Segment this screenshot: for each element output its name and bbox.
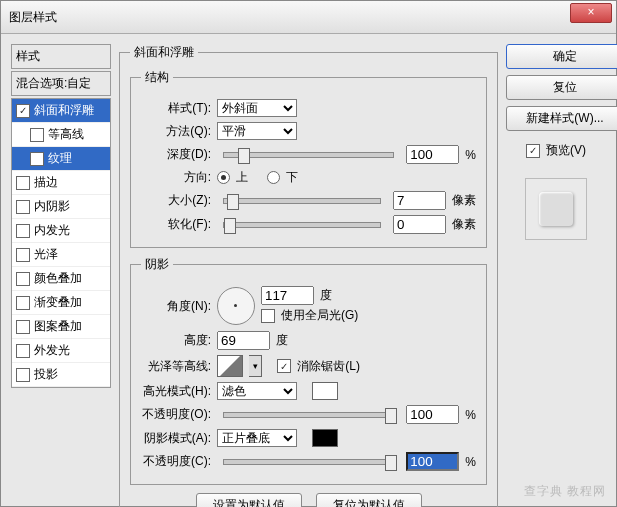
styles-list: ✓斜面和浮雕 等高线 纹理 描边 内阴影 内发光 光泽 颜色叠加 渐变叠加 图案… [11, 98, 111, 388]
style-gradient-overlay[interactable]: 渐变叠加 [12, 291, 110, 315]
size-slider[interactable] [223, 198, 381, 204]
technique-select[interactable]: 平滑 [217, 122, 297, 140]
checkbox-icon[interactable] [16, 248, 30, 262]
smode-select[interactable]: 正片叠底 [217, 429, 297, 447]
angle-dial[interactable] [217, 287, 255, 325]
checkbox-icon[interactable] [16, 224, 30, 238]
depth-input[interactable] [406, 145, 459, 164]
direction-up-label: 上 [236, 169, 248, 186]
gloss-contour[interactable] [217, 355, 243, 377]
bevel-legend: 斜面和浮雕 [130, 44, 198, 61]
new-style-button[interactable]: 新建样式(W)... [506, 106, 617, 131]
size-input[interactable] [393, 191, 446, 210]
style-bevel[interactable]: ✓斜面和浮雕 [12, 99, 110, 123]
smode-label: 阴影模式(A): [141, 430, 211, 447]
style-contour[interactable]: 等高线 [12, 123, 110, 147]
depth-unit: % [465, 148, 476, 162]
bevel-group: 斜面和浮雕 结构 样式(T):外斜面 方法(Q):平滑 深度(D):% 方向:上… [119, 44, 498, 507]
gloss-dropdown-icon[interactable] [249, 355, 262, 377]
hopacity-input[interactable] [406, 405, 459, 424]
size-unit: 像素 [452, 192, 476, 209]
style-drop-shadow[interactable]: 投影 [12, 363, 110, 387]
global-light-checkbox[interactable] [261, 309, 275, 323]
watermark: 查字典 教程网 [524, 483, 606, 500]
soften-label: 软化(F): [141, 216, 211, 233]
preview-box [525, 178, 587, 240]
preview-label: 预览(V) [546, 142, 586, 159]
reset-default-button[interactable]: 复位为默认值 [316, 493, 422, 507]
styles-header: 样式 [11, 44, 111, 69]
checkbox-icon[interactable] [30, 152, 44, 166]
blend-options[interactable]: 混合选项:自定 [11, 71, 111, 96]
shadow-color[interactable] [312, 429, 338, 447]
checkbox-icon[interactable] [16, 176, 30, 190]
hopacity-unit: % [465, 408, 476, 422]
sopacity-label: 不透明度(C): [141, 453, 211, 470]
antialias-checkbox[interactable]: ✓ [277, 359, 291, 373]
make-default-button[interactable]: 设置为默认值 [196, 493, 302, 507]
hmode-select[interactable]: 滤色 [217, 382, 297, 400]
structure-legend: 结构 [141, 69, 173, 86]
preview-checkbox[interactable]: ✓ [526, 144, 540, 158]
technique-label: 方法(Q): [141, 123, 211, 140]
ok-button[interactable]: 确定 [506, 44, 617, 69]
checkbox-icon[interactable] [16, 344, 30, 358]
style-label: 样式(T): [141, 100, 211, 117]
window-title: 图层样式 [9, 9, 57, 26]
style-texture[interactable]: 纹理 [12, 147, 110, 171]
direction-down-label: 下 [286, 169, 298, 186]
gloss-label: 光泽等高线: [141, 358, 211, 375]
direction-down-radio[interactable] [267, 171, 280, 184]
checkbox-icon[interactable] [16, 296, 30, 310]
hopacity-label: 不透明度(O): [141, 406, 211, 423]
checkbox-icon[interactable] [16, 272, 30, 286]
style-stroke[interactable]: 描边 [12, 171, 110, 195]
angle-label: 角度(N): [141, 298, 211, 315]
size-label: 大小(Z): [141, 192, 211, 209]
sopacity-unit: % [465, 455, 476, 469]
checkbox-icon[interactable] [30, 128, 44, 142]
structure-group: 结构 样式(T):外斜面 方法(Q):平滑 深度(D):% 方向:上 下 大小(… [130, 69, 487, 248]
highlight-color[interactable] [312, 382, 338, 400]
cancel-button[interactable]: 复位 [506, 75, 617, 100]
antialias-label: 消除锯齿(L) [297, 358, 360, 375]
sopacity-slider[interactable] [223, 459, 394, 465]
style-pattern-overlay[interactable]: 图案叠加 [12, 315, 110, 339]
sopacity-input[interactable] [406, 452, 459, 471]
soften-slider[interactable] [223, 222, 381, 228]
style-inner-shadow[interactable]: 内阴影 [12, 195, 110, 219]
style-satin[interactable]: 光泽 [12, 243, 110, 267]
hopacity-slider[interactable] [223, 412, 394, 418]
checkbox-icon[interactable] [16, 200, 30, 214]
angle-input[interactable] [261, 286, 314, 305]
soften-input[interactable] [393, 215, 446, 234]
style-outer-glow[interactable]: 外发光 [12, 339, 110, 363]
checkbox-icon[interactable] [16, 368, 30, 382]
style-inner-glow[interactable]: 内发光 [12, 219, 110, 243]
altitude-unit: 度 [276, 332, 288, 349]
style-color-overlay[interactable]: 颜色叠加 [12, 267, 110, 291]
shading-legend: 阴影 [141, 256, 173, 273]
altitude-label: 高度: [141, 332, 211, 349]
altitude-input[interactable] [217, 331, 270, 350]
preview-swatch [539, 192, 573, 226]
depth-label: 深度(D): [141, 146, 211, 163]
close-button[interactable]: × [570, 3, 612, 23]
hmode-label: 高光模式(H): [141, 383, 211, 400]
shading-group: 阴影 角度(N): 度 使用全局光(G) 高度:度 光泽等高线: ✓消除锯齿(L… [130, 256, 487, 485]
angle-unit: 度 [320, 287, 332, 304]
global-light-label: 使用全局光(G) [281, 307, 358, 324]
checkbox-icon[interactable]: ✓ [16, 104, 30, 118]
depth-slider[interactable] [223, 152, 394, 158]
direction-label: 方向: [141, 169, 211, 186]
soften-unit: 像素 [452, 216, 476, 233]
direction-up-radio[interactable] [217, 171, 230, 184]
checkbox-icon[interactable] [16, 320, 30, 334]
style-select[interactable]: 外斜面 [217, 99, 297, 117]
